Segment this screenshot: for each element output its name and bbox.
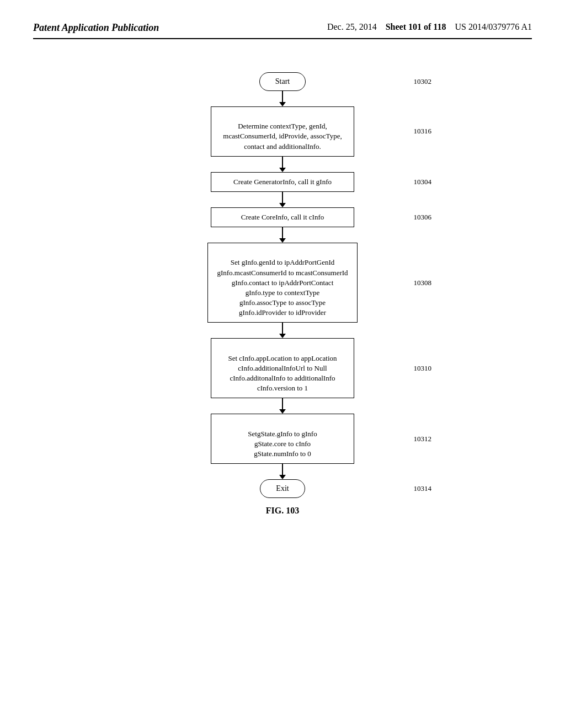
step2-label: 10304 xyxy=(414,178,432,186)
arrow-2 xyxy=(279,157,286,172)
step5-label: 10310 xyxy=(414,364,432,373)
publication-date: Dec. 25, 2014 xyxy=(327,22,377,31)
exit-node-row: Exit 10314 xyxy=(139,479,426,498)
step3-text: Create CoreInfo, call it cInfo xyxy=(241,213,324,221)
step1-row: Determine contextType, genId, mcastConsu… xyxy=(139,106,426,157)
step4-node: Set gInfo.genId to ipAddrPortGenId gInfo… xyxy=(207,243,357,323)
step5-node: Set cInfo.appLocation to appLocation cIn… xyxy=(211,338,354,398)
flowchart: Start 10302 Determine contextType, genId… xyxy=(139,72,426,498)
step3-node: Create CoreInfo, call it cInfo xyxy=(211,207,354,227)
exit-label: Exit xyxy=(276,484,289,493)
arrow-1 xyxy=(279,91,286,106)
patent-number: US 2014/0379776 A1 xyxy=(455,22,532,31)
step4-text: Set gInfo.genId to ipAddrPortGenId gInfo… xyxy=(217,258,348,317)
arrow-7 xyxy=(279,464,286,479)
step3-row: Create CoreInfo, call it cInfo 10306 xyxy=(139,207,426,227)
diagram-container: Start 10302 Determine contextType, genId… xyxy=(33,72,532,516)
step5-text: Set cInfo.appLocation to appLocation cIn… xyxy=(228,354,337,393)
step3-label: 10306 xyxy=(414,213,432,222)
start-node-row: Start 10302 xyxy=(139,72,426,91)
step6-label: 10312 xyxy=(414,435,432,443)
step1-label: 10316 xyxy=(414,127,432,136)
start-label: Start xyxy=(275,77,290,85)
step6-row: SetgState.gInfo to gInfo gState.core to … xyxy=(139,414,426,464)
start-node: Start xyxy=(259,72,306,91)
step1-text: Determine contextType, genId, mcastConsu… xyxy=(223,122,342,150)
step5-row: Set cInfo.appLocation to appLocation cIn… xyxy=(139,338,426,398)
exit-node-label: 10314 xyxy=(414,484,432,493)
step1-node: Determine contextType, genId, mcastConsu… xyxy=(211,106,354,157)
arrow-4 xyxy=(279,227,286,243)
exit-node: Exit xyxy=(260,479,305,498)
arrow-3 xyxy=(279,192,286,207)
start-node-label: 10302 xyxy=(414,77,432,86)
arrow-5 xyxy=(279,323,286,338)
arrow-6 xyxy=(279,398,286,414)
header-right: Dec. 25, 2014 Sheet 101 of 118 US 2014/0… xyxy=(327,22,532,32)
figure-label: FIG. 103 xyxy=(266,506,299,516)
step6-node: SetgState.gInfo to gInfo gState.core to … xyxy=(211,414,354,464)
page-header: Patent Application Publication Dec. 25, … xyxy=(33,22,532,39)
step4-label: 10308 xyxy=(414,279,432,287)
step6-text: SetgState.gInfo to gInfo gState.core to … xyxy=(248,430,317,458)
publication-title: Patent Application Publication xyxy=(33,22,159,34)
step4-row: Set gInfo.genId to ipAddrPortGenId gInfo… xyxy=(139,243,426,323)
step2-node: Create GeneratorInfo, call it gInfo xyxy=(211,172,354,192)
step2-row: Create GeneratorInfo, call it gInfo 1030… xyxy=(139,172,426,192)
step2-text: Create GeneratorInfo, call it gInfo xyxy=(233,178,332,186)
page: Patent Application Publication Dec. 25, … xyxy=(0,0,565,728)
sheet-number: Sheet 101 of 118 xyxy=(386,22,446,31)
